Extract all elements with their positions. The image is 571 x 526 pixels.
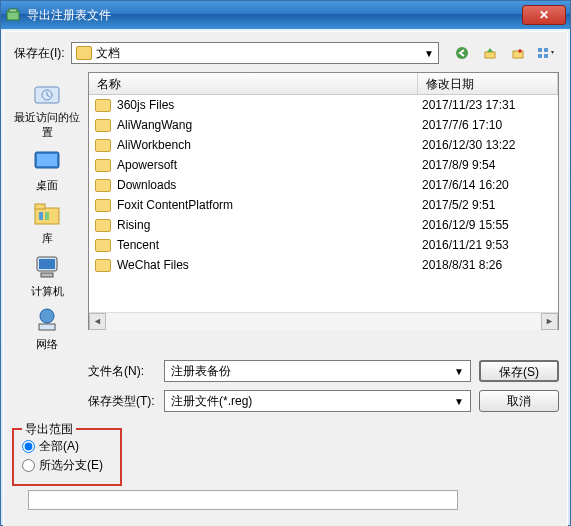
folder-icon [95,259,111,272]
chevron-down-icon: ▼ [454,366,464,377]
filename-input[interactable]: 注册表备份 ▼ [164,360,471,382]
list-item[interactable]: Rising2016/12/9 15:55 [89,215,558,235]
radio-branch-input[interactable] [22,459,35,472]
title-bar[interactable]: 导出注册表文件 ✕ [1,1,570,29]
back-button[interactable] [451,42,473,64]
svg-rect-8 [544,54,548,58]
places-bar: 最近访问的位置 桌面 库 计算机 网络 [12,72,82,352]
svg-rect-7 [538,54,542,58]
filetype-label: 保存类型(T): [88,393,156,410]
list-item[interactable]: Downloads2017/6/14 16:20 [89,175,558,195]
view-menu-button[interactable] [535,42,557,64]
close-icon: ✕ [539,8,549,22]
filetype-dropdown[interactable]: 注册文件(*.reg) ▼ [164,390,471,412]
close-button[interactable]: ✕ [522,5,566,25]
svg-rect-21 [39,324,55,330]
filename-value: 注册表备份 [171,363,231,380]
new-folder-button[interactable] [507,42,529,64]
export-range-group: 导出范围 全部(A) 所选分支(E) [12,422,559,510]
dialog-content: 保存在(I): 文档 ▼ 最近访问的位置 桌面 库 计算机 网络 [3,31,568,526]
app-icon [5,7,21,23]
file-header: 名称 修改日期 [89,73,558,95]
folder-icon [95,219,111,232]
file-list-pane: 名称 修改日期 360js Files2017/11/23 17:31 AliW… [88,72,559,330]
folder-icon [95,179,111,192]
folder-icon [95,239,111,252]
place-computer[interactable]: 计算机 [12,252,82,299]
folder-icon [95,139,111,152]
scroll-right-icon[interactable]: ► [541,313,558,330]
filename-label: 文件名(N): [88,363,156,380]
list-item[interactable]: Apowersoft2017/8/9 9:54 [89,155,558,175]
folder-icon [95,159,111,172]
window-title: 导出注册表文件 [27,7,522,24]
location-dropdown[interactable]: 文档 ▼ [71,42,439,64]
list-item[interactable]: Foxit ContentPlatform2017/5/2 9:51 [89,195,558,215]
dialog-window: 导出注册表文件 ✕ 保存在(I): 文档 ▼ 最近访问的位置 桌面 库 计算机 [0,0,571,526]
svg-rect-15 [39,212,43,220]
svg-rect-19 [41,273,53,277]
folder-icon [95,99,111,112]
filename-row: 文件名(N): 注册表备份 ▼ 保存(S) [88,360,559,382]
file-list[interactable]: 360js Files2017/11/23 17:31 AliWangWang2… [89,95,558,312]
folder-icon [95,119,111,132]
svg-rect-14 [35,204,45,209]
branch-input[interactable] [28,490,458,510]
toolbar-icons [451,42,557,64]
radio-all-input[interactable] [22,440,35,453]
export-range-legend: 导出范围 [22,421,76,438]
svg-point-2 [456,47,468,59]
svg-rect-4 [513,51,523,58]
scroll-left-icon[interactable]: ◄ [89,313,106,330]
chevron-down-icon: ▼ [454,396,464,407]
folder-icon [95,199,111,212]
place-desktop[interactable]: 桌面 [12,146,82,193]
save-button[interactable]: 保存(S) [479,360,559,382]
radio-branch[interactable]: 所选分支(E) [22,457,112,474]
list-item[interactable]: AliWangWang2017/7/6 17:10 [89,115,558,135]
radio-all[interactable]: 全部(A) [22,438,112,455]
svg-rect-1 [9,9,17,12]
filetype-value: 注册文件(*.reg) [171,393,252,410]
main-area: 最近访问的位置 桌面 库 计算机 网络 名称 修改日期 360js Files2… [12,72,559,352]
cancel-button[interactable]: 取消 [479,390,559,412]
toolbar: 保存在(I): 文档 ▼ [12,38,559,68]
list-item[interactable]: Tencent2016/11/21 9:53 [89,235,558,255]
svg-rect-18 [39,259,55,269]
chevron-down-icon: ▼ [424,48,434,59]
svg-point-20 [40,309,54,323]
list-item[interactable]: 360js Files2017/11/23 17:31 [89,95,558,115]
col-name[interactable]: 名称 [89,73,418,94]
svg-rect-5 [538,48,542,52]
up-button[interactable] [479,42,501,64]
folder-icon [76,46,92,60]
svg-rect-3 [485,52,495,58]
save-in-label: 保存在(I): [14,45,65,62]
svg-rect-6 [544,48,548,52]
place-recent[interactable]: 最近访问的位置 [12,78,82,140]
list-item[interactable]: WeChat Files2018/8/31 8:26 [89,255,558,275]
horizontal-scrollbar[interactable]: ◄ ► [89,312,558,329]
svg-rect-16 [45,212,49,220]
svg-rect-12 [37,154,57,166]
filetype-row: 保存类型(T): 注册文件(*.reg) ▼ 取消 [88,390,559,412]
place-network[interactable]: 网络 [12,305,82,352]
scroll-track[interactable] [106,313,541,330]
col-date[interactable]: 修改日期 [418,73,558,94]
location-text: 文档 [96,45,120,62]
place-libraries[interactable]: 库 [12,199,82,246]
list-item[interactable]: AliWorkbench2016/12/30 13:22 [89,135,558,155]
